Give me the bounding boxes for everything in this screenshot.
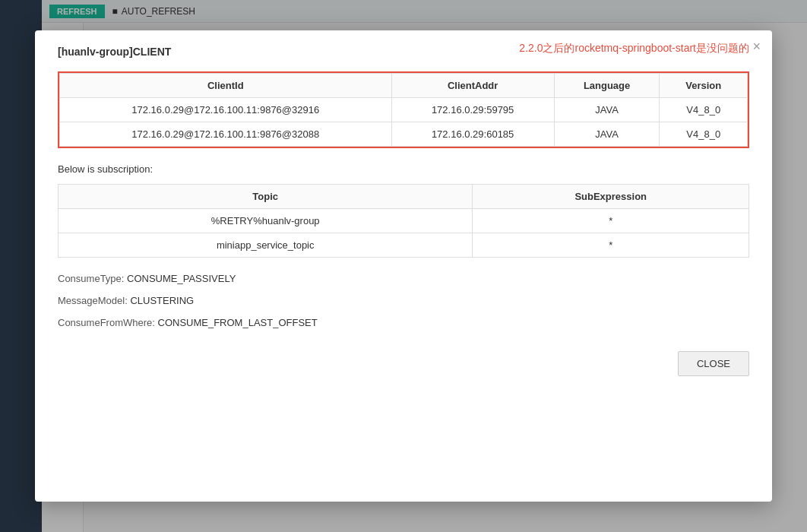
language-header: Language [554, 74, 660, 98]
message-model-label: MessageModel: [58, 295, 128, 306]
modal-overlay: × [huanlv-group]CLIENT ClientId ClientAd… [0, 0, 807, 532]
subscription-label: Below is subscription: [58, 163, 749, 175]
message-model-value: CLUSTERING [130, 295, 194, 306]
consume-type-label: ConsumeType: [58, 273, 124, 284]
topic-1: %RETRY%huanlv-group [59, 209, 473, 233]
version-header: Version [660, 74, 748, 98]
client-addr-2: 172.16.0.29:60185 [391, 122, 554, 147]
subscription-table: Topic SubExpression %RETRY%huanlv-group … [58, 184, 749, 258]
subexp-2: * [473, 233, 749, 258]
version-2: V4_8_0 [660, 122, 748, 147]
language-2: JAVA [554, 122, 660, 147]
modal-footer: CLOSE [58, 351, 749, 376]
modal-dialog: × [huanlv-group]CLIENT ClientId ClientAd… [35, 30, 772, 502]
message-model-line: MessageModel: CLUSTERING [58, 295, 749, 306]
consume-from-where-value: CONSUME_FROM_LAST_OFFSET [158, 317, 318, 328]
consume-type-line: ConsumeType: CONSUME_PASSIVELY [58, 273, 749, 284]
client-row-2: 172.16.0.29@172.16.100.11:9876@32088 172… [60, 122, 748, 147]
client-addr-1: 172.16.0.29:59795 [391, 98, 554, 122]
consume-from-where-label: ConsumeFromWhere: [58, 317, 155, 328]
close-x-button[interactable]: × [752, 40, 761, 53]
client-addr-header: ClientAddr [391, 74, 554, 98]
version-1: V4_8_0 [660, 98, 748, 122]
subexpression-header: SubExpression [473, 185, 749, 209]
subexp-1: * [473, 209, 749, 233]
close-button[interactable]: CLOSE [678, 351, 749, 376]
subscription-row-1: %RETRY%huanlv-group * [59, 209, 749, 233]
topic-2: miniapp_service_topic [59, 233, 473, 258]
consume-from-where-line: ConsumeFromWhere: CONSUME_FROM_LAST_OFFS… [58, 317, 749, 328]
client-id-1: 172.16.0.29@172.16.100.11:9876@32916 [60, 98, 392, 122]
consume-type-value: CONSUME_PASSIVELY [127, 273, 236, 284]
client-id-2: 172.16.0.29@172.16.100.11:9876@32088 [60, 122, 392, 147]
annotation-text: 2.2.0之后的rocketmq-springboot-start是没问题的 [519, 42, 749, 55]
client-table-container: ClientId ClientAddr Language Version 172… [58, 71, 749, 148]
client-row-1: 172.16.0.29@172.16.100.11:9876@32916 172… [60, 98, 748, 122]
topic-header: Topic [59, 185, 473, 209]
language-1: JAVA [554, 98, 660, 122]
client-table: ClientId ClientAddr Language Version 172… [59, 73, 748, 147]
client-id-header: ClientId [60, 74, 392, 98]
subscription-row-2: miniapp_service_topic * [59, 233, 749, 258]
